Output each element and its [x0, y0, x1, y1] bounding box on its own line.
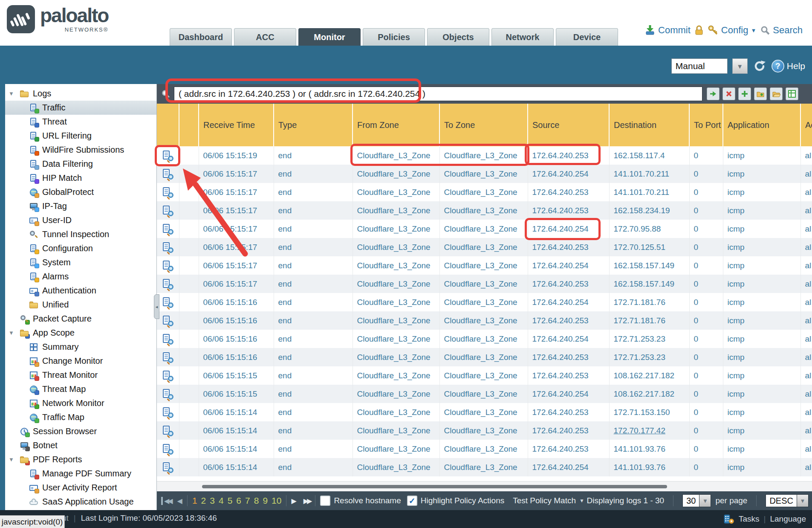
sidebar-item-configuration[interactable]: Configuration	[5, 241, 156, 255]
sidebar-item-user-activity-report[interactable]: User Activity Report	[5, 481, 156, 495]
log-detail-icon[interactable]	[162, 334, 173, 345]
column-header-to-zone[interactable]: To Zone	[439, 104, 528, 146]
sidebar-item-session-browser[interactable]: Session Browser	[5, 424, 156, 438]
clear-filter-button[interactable]	[722, 87, 735, 100]
help-button[interactable]: ? Help	[772, 60, 805, 73]
tab-device[interactable]: Device	[556, 28, 618, 46]
filter-query-input[interactable]	[174, 87, 702, 101]
sidebar-item-network-monitor[interactable]: Network Monitor	[5, 396, 156, 410]
cell-destination[interactable]: 172.70.177.42	[609, 421, 689, 440]
sidebar-item-wildfire-submissions[interactable]: WildFire Submissions	[5, 143, 156, 157]
log-detail-icon[interactable]	[162, 370, 173, 381]
sidebar-item-summary[interactable]: Summary	[5, 340, 156, 354]
column-header-source[interactable]: Source	[528, 104, 609, 146]
log-detail-icon[interactable]	[162, 315, 173, 326]
sidebar-item-pdf-reports[interactable]: ▼PDF Reports	[5, 453, 156, 467]
log-detail-icon[interactable]	[162, 297, 173, 308]
page-4[interactable]: 4	[219, 496, 224, 506]
highlight-policy-actions-checkbox[interactable]	[407, 496, 417, 506]
column-header-receive-time[interactable]: Receive Time	[199, 104, 274, 146]
add-filter-button[interactable]	[738, 87, 751, 100]
log-detail-icon[interactable]	[162, 407, 173, 418]
column-header-action[interactable]: Ac	[800, 104, 812, 146]
lock-icon[interactable]	[694, 25, 704, 36]
sidebar-item-globalprotect[interactable]: GlobalProtect	[5, 185, 156, 199]
prev-page-button[interactable]: ◀	[177, 497, 182, 505]
sidebar-item-threat-map[interactable]: Threat Map	[5, 382, 156, 396]
column-header-detail[interactable]	[157, 104, 179, 146]
log-detail-icon[interactable]	[162, 242, 173, 253]
log-detail-icon[interactable]	[162, 462, 173, 473]
sidebar-item-logs[interactable]: ▼Logs	[5, 87, 156, 101]
log-detail-icon[interactable]	[162, 223, 173, 235]
column-header-flag[interactable]	[179, 104, 199, 146]
sidebar-item-threat[interactable]: Threat	[5, 115, 156, 129]
sidebar-item-botnet[interactable]: Botnet	[5, 438, 156, 453]
page-5[interactable]: 5	[228, 496, 233, 506]
log-detail-icon[interactable]	[162, 260, 173, 271]
sidebar-collapse-handle[interactable]: ◂	[154, 294, 159, 319]
log-detail-icon[interactable]	[162, 389, 173, 400]
per-page-select[interactable]: 30 ▼	[682, 494, 711, 507]
sidebar-item-user-id[interactable]: User-ID	[5, 213, 156, 227]
page-6[interactable]: 6	[236, 496, 241, 506]
page-9[interactable]: 9	[263, 496, 268, 506]
config-menu[interactable]: Config ▼	[708, 25, 756, 36]
log-detail-icon[interactable]	[162, 187, 173, 198]
tab-objects[interactable]: Objects	[427, 28, 489, 46]
column-header-application[interactable]: Application	[723, 104, 800, 146]
log-detail-icon[interactable]	[162, 444, 173, 455]
save-filter-button[interactable]	[754, 87, 767, 100]
sidebar-item-app-scope[interactable]: ▼App Scope	[5, 326, 156, 340]
tab-policies[interactable]: Policies	[363, 28, 425, 46]
refresh-icon[interactable]	[753, 59, 766, 73]
sort-order-select[interactable]: DESC ▼	[766, 494, 809, 507]
sidebar-item-ip-tag[interactable]: IP-Tag	[5, 199, 156, 213]
test-policy-match-button[interactable]: Test Policy Match ▼	[513, 496, 584, 505]
search-button[interactable]: Search	[760, 25, 803, 36]
next-page-button[interactable]: ▶	[291, 497, 296, 505]
log-detail-icon[interactable]	[162, 150, 173, 161]
commit-button[interactable]: Commit	[644, 25, 691, 36]
page-10[interactable]: 10	[272, 496, 281, 506]
last-page-button[interactable]: ▶▶	[303, 497, 311, 505]
export-csv-button[interactable]	[786, 87, 798, 100]
tasks-button[interactable]: Tasks	[739, 514, 760, 524]
tree-expander-icon[interactable]: ▼	[9, 330, 20, 336]
tree-expander-icon[interactable]: ▼	[9, 90, 20, 97]
refresh-mode-select[interactable]: Manual	[671, 58, 728, 74]
tab-network[interactable]: Network	[491, 28, 554, 46]
sidebar-item-traffic[interactable]: Traffic	[5, 101, 156, 115]
log-detail-icon[interactable]	[162, 425, 173, 436]
log-detail-icon[interactable]	[162, 352, 173, 363]
sidebar-item-change-monitor[interactable]: Change Monitor	[5, 354, 156, 368]
resolve-hostname-checkbox[interactable]	[320, 496, 330, 506]
page-8[interactable]: 8	[254, 496, 259, 506]
column-header-destination[interactable]: Destination	[609, 104, 689, 146]
sidebar-item-tunnel-inspection[interactable]: Tunnel Inspection	[5, 227, 156, 241]
horizontal-scrollbar[interactable]	[157, 481, 812, 491]
sidebar-item-traffic-map[interactable]: Traffic Map	[5, 410, 156, 424]
sidebar-item-threat-monitor[interactable]: Threat Monitor	[5, 368, 156, 382]
apply-filter-button[interactable]	[707, 87, 720, 100]
sidebar-item-hip-match[interactable]: HIP Match	[5, 171, 156, 185]
load-filter-button[interactable]	[770, 87, 783, 100]
sidebar-item-authentication[interactable]: Authentication	[5, 284, 156, 298]
language-button[interactable]: Language	[770, 514, 806, 524]
sidebar-item-saas-application-usage[interactable]: SaaS Application Usage	[5, 495, 156, 509]
sidebar-item-manage-pdf-summary[interactable]: Manage PDF Summary	[5, 467, 156, 481]
scrollbar-thumb[interactable]	[202, 485, 667, 488]
first-page-button[interactable]: ◀◀	[161, 497, 171, 505]
page-3[interactable]: 3	[210, 496, 215, 506]
page-2[interactable]: 2	[201, 496, 206, 506]
page-1[interactable]: 1	[192, 496, 197, 506]
sidebar-item-system[interactable]: System	[5, 255, 156, 270]
tab-monitor[interactable]: Monitor	[298, 28, 361, 46]
log-detail-icon[interactable]	[162, 168, 173, 180]
sidebar-item-data-filtering[interactable]: Data Filtering	[5, 157, 156, 171]
log-detail-icon[interactable]	[162, 279, 173, 290]
refresh-mode-dropdown-button[interactable]: ▼	[732, 58, 748, 74]
column-header-to-port[interactable]: To Port	[689, 104, 723, 146]
column-header-type[interactable]: Type	[274, 104, 353, 146]
page-7[interactable]: 7	[245, 496, 250, 506]
